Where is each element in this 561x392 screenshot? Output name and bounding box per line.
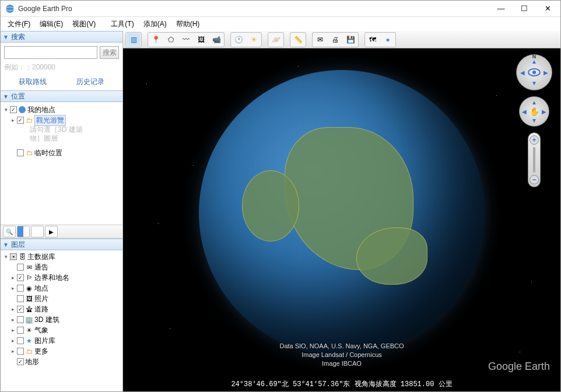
checkbox[interactable] [17,348,24,355]
globe[interactable] [199,70,485,356]
zoom-out-button[interactable]: − [530,175,539,184]
folder-icon: 🗀 [25,347,33,355]
menu-file[interactable]: 文件(F) [3,18,35,30]
arrow-up-icon[interactable]: ▲ [531,58,537,65]
sign-in-button[interactable]: ● [381,33,395,46]
layer-photos[interactable]: 🖼 照片 [2,293,121,304]
places-sightseeing[interactable]: ▸ 🗀 觀光游覽 [2,115,121,125]
menu-tools[interactable]: 工具(T) [106,18,138,30]
checkbox[interactable] [10,106,17,113]
expand-icon[interactable]: ▸ [10,348,16,354]
menu-edit[interactable]: 编辑(E) [35,18,68,30]
layer-terrain[interactable]: 地形 [2,356,121,367]
app-icon [5,4,15,13]
history-link[interactable]: 历史记录 [76,77,104,87]
layer-places[interactable]: ▸ ◉ 地点 [2,283,121,293]
places-temp[interactable]: 🗀 临时位置 [2,148,121,158]
checkbox[interactable] [17,274,24,281]
layer-borders[interactable]: ▸ 🏳 边界和地名 [2,272,121,283]
save-image-button[interactable]: 💾 [343,33,357,46]
menu-view[interactable]: 视图(V) [68,18,100,30]
checkbox[interactable] [17,264,24,271]
checkbox[interactable] [17,295,24,302]
add-image-overlay-button[interactable]: 🖼 [194,33,208,46]
checkbox[interactable] [17,285,24,292]
hand-icon[interactable]: ✋ [530,107,539,116]
layer-primary-db[interactable]: ▾ ▪ 🗄 主数据库 [2,251,121,262]
expand-icon[interactable]: ▸ [10,306,16,312]
sunlight-button[interactable]: ☀ [247,33,261,46]
search-button[interactable]: 搜索 [100,46,119,59]
arrow-left-icon[interactable]: ◀ [520,69,525,76]
arrow-left-icon[interactable]: ◀ [522,108,527,115]
item-label: 照片 [34,294,48,304]
status-bar: 24°38'46.69"北 53°41'57.36"东 视角海拔高度 13851… [123,379,560,389]
layer-more[interactable]: ▸ 🗀 更多 [2,346,121,356]
expand-icon[interactable]: ▸ [10,317,16,323]
email-button[interactable]: ✉ [313,33,327,46]
minimize-button[interactable]: ― [489,1,513,17]
checkbox[interactable] [17,117,24,124]
planets-button[interactable]: 🪐 [269,33,283,46]
expand-icon[interactable]: ▾ [3,107,9,113]
add-placemark-button[interactable]: 📍 [149,33,163,46]
view-in-maps-button[interactable]: 🗺 [366,33,380,46]
arrow-down-icon[interactable]: ▼ [531,80,537,86]
record-tour-button[interactable]: 📹 [209,33,223,46]
layer-roads[interactable]: ▸ 🛣 道路 [2,304,121,314]
expand-icon[interactable]: ▸ [10,327,16,333]
ruler-button[interactable]: 📏 [291,33,305,46]
arrow-right-icon[interactable]: ▶ [542,108,546,115]
menu-add[interactable]: 添加(A) [139,18,171,30]
pan-control[interactable]: ▲ ▼ ◀ ▶ ✋ [519,96,549,127]
compass-control[interactable]: N ▲ ▼ ◀ ▶ [516,54,552,90]
arrow-up-icon[interactable]: ▲ [531,99,537,106]
view-button-2[interactable] [31,226,44,237]
layers-panel-header[interactable]: ▼ 图层 [1,239,122,250]
item-label: 3D 建筑 [34,315,59,325]
places-my-places[interactable]: ▾ 我的地点 [2,104,121,115]
close-button[interactable]: ✕ [536,1,559,17]
expand-icon[interactable]: ▸ [10,117,16,123]
places-panel: ▾ 我的地点 ▸ 🗀 觀光游覽 請勾選［3D 建築 物］圖層 🗀 临时位置 [1,102,122,225]
checkbox[interactable] [17,337,24,344]
add-path-button[interactable]: 〰 [179,33,193,46]
places-panel-header[interactable]: ▼ 位置 [1,90,122,102]
checkbox[interactable] [17,306,24,313]
toggle-sidebar-button[interactable]: ▥ [127,33,141,46]
search-input[interactable] [4,46,97,59]
expand-icon[interactable]: ▸ [10,275,16,281]
checkbox[interactable] [17,327,24,334]
zoom-slider[interactable] [533,147,535,173]
earth-icon [18,106,26,114]
expand-icon[interactable]: ▾ [3,254,9,260]
expand-icon[interactable]: ▸ [10,285,16,291]
layer-3d-buildings[interactable]: ▸ 🏢 3D 建筑 [2,314,121,325]
view-button-1[interactable] [17,226,30,237]
print-button[interactable]: 🖨 [328,33,342,46]
checkbox[interactable] [17,316,24,323]
checkbox[interactable] [17,149,24,156]
search-panel-header[interactable]: ▼ 搜索 [1,31,122,43]
eye-icon[interactable] [528,68,541,76]
layer-announcements[interactable]: ✉ 通告 [2,262,121,272]
item-label: 临时位置 [34,148,62,158]
expand-icon[interactable]: ▸ [10,338,16,344]
add-polygon-button[interactable]: ⬠ [164,33,178,46]
checkbox[interactable]: ▪ [10,253,17,260]
arrow-down-icon[interactable]: ▼ [531,117,537,124]
search-places-button[interactable]: 🔍 [3,226,16,237]
arrow-right-icon[interactable]: ▶ [544,69,548,76]
checkbox[interactable] [17,358,24,365]
zoom-in-button[interactable]: + [530,135,539,145]
menu-help[interactable]: 帮助(H) [171,18,205,30]
get-directions-link[interactable]: 获取路线 [19,77,47,87]
maximize-button[interactable]: ☐ [513,1,536,17]
earth-viewport[interactable]: Data SIO, NOAA, U.S. Navy, NGA, GEBCO Im… [123,48,560,391]
zoom-control[interactable]: + − [528,132,541,187]
history-button[interactable]: 🕐 [232,33,246,46]
view-button-3[interactable]: ▶ [45,226,58,237]
layer-gallery[interactable]: ▸ ★ 图片库 [2,335,121,346]
svg-point-2 [19,106,26,113]
layer-weather[interactable]: ▸ ☀ 气象 [2,325,121,335]
